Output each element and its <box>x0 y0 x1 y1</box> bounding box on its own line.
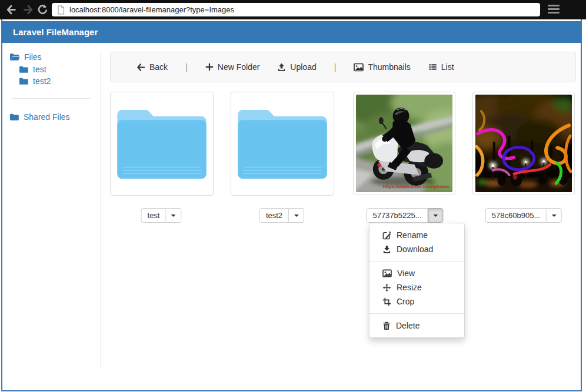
menu-item-view[interactable]: View <box>369 266 464 280</box>
folder-icon <box>238 110 327 179</box>
browser-chrome: localhost:8000/laravel-filemanager?type=… <box>0 0 586 19</box>
sidebar-item-label: test <box>33 65 46 74</box>
image-icon <box>382 269 392 277</box>
caret-down-icon <box>434 215 438 217</box>
item-context-menu: Rename Download View Resize Crop <box>369 223 465 338</box>
app-navbar: Laravel FileManager <box>2 21 581 43</box>
item-buttons-test: test <box>141 208 182 223</box>
image-thumbnail-scooter[interactable]: https://www.flickr.com/photos <box>356 95 452 192</box>
sidebar-item-files-root[interactable]: Files <box>9 52 42 62</box>
toolbar: Back | New Folder Upload | Thumbnails <box>110 52 576 82</box>
move-icon <box>382 283 391 292</box>
sidebar-item-label: Shared Files <box>24 112 70 122</box>
upload-label: Upload <box>290 62 316 72</box>
menu-item-label: View <box>397 269 415 278</box>
sidebar-divider <box>12 98 91 99</box>
image-icon <box>354 63 364 72</box>
sidebar-item-shared-files[interactable]: Shared Files <box>9 112 70 122</box>
caret-down-icon <box>552 215 557 217</box>
dropdown-toggle-button[interactable] <box>289 208 304 223</box>
arrow-left-icon <box>136 63 145 72</box>
menu-item-rename[interactable]: Rename <box>369 228 464 242</box>
app-title: Laravel FileManager <box>13 27 98 37</box>
item-name-button[interactable]: test <box>141 208 167 223</box>
folder-card-test[interactable] <box>110 92 214 196</box>
image-thumbnail-lightpainting[interactable] <box>475 95 572 192</box>
upload-button[interactable]: Upload <box>277 62 316 72</box>
browser-back-icon[interactable] <box>5 4 16 18</box>
thumbnails-label: Thumbnails <box>368 62 410 72</box>
caret-down-icon <box>171 215 176 217</box>
item-name-button[interactable]: test2 <box>259 208 289 223</box>
list-view-button[interactable]: List <box>428 62 454 72</box>
item-name-button[interactable]: 578c60b905... <box>485 208 547 223</box>
menu-item-label: Download <box>397 244 433 254</box>
sidebar-vertical-divider <box>101 51 101 369</box>
item-name-button[interactable]: 57737b5225... <box>366 208 428 223</box>
edit-icon <box>382 231 391 240</box>
image-card-scooter[interactable]: https://www.flickr.com/photos <box>353 92 455 195</box>
document-icon <box>57 5 65 15</box>
toolbar-separator: | <box>185 62 188 72</box>
new-folder-label: New Folder <box>218 62 260 72</box>
menu-item-crop[interactable]: Crop <box>369 294 464 309</box>
folder-open-icon <box>9 53 20 61</box>
folder-card-test2[interactable] <box>231 92 334 196</box>
sidebar-item-label: Files <box>24 52 42 62</box>
toolbar-separator: | <box>334 62 337 72</box>
folder-icon <box>19 65 29 73</box>
download-icon <box>382 245 391 254</box>
crop-icon <box>382 297 391 306</box>
thumbnails-button[interactable]: Thumbnails <box>354 62 410 72</box>
item-buttons-image1: 57737b5225... <box>366 208 443 223</box>
folder-icon <box>117 110 207 179</box>
folder-icon <box>9 113 19 121</box>
back-button[interactable]: Back <box>136 62 168 72</box>
hamburger-menu-icon[interactable] <box>548 5 560 15</box>
plus-icon <box>205 63 214 71</box>
menu-item-label: Delete <box>396 321 419 330</box>
dropdown-toggle-button[interactable] <box>166 208 181 223</box>
item-buttons-test2: test2 <box>259 208 304 223</box>
list-icon <box>428 63 437 71</box>
upload-icon <box>277 63 286 72</box>
menu-item-label: Crop <box>397 297 414 306</box>
back-label: Back <box>149 62 168 72</box>
new-folder-button[interactable]: New Folder <box>205 62 260 72</box>
browser-forward-icon[interactable] <box>23 4 34 18</box>
dropdown-toggle-button-open[interactable] <box>428 208 444 223</box>
sidebar-item-label: test2 <box>33 76 51 86</box>
caret-down-icon <box>294 215 299 217</box>
item-buttons-image2: 578c60b905... <box>485 208 562 223</box>
menu-item-resize[interactable]: Resize <box>369 280 464 294</box>
trash-icon <box>382 321 391 330</box>
url-text[interactable]: localhost:8000/laravel-filemanager?type=… <box>69 5 234 14</box>
browser-reload-icon[interactable] <box>37 4 48 18</box>
sidebar-item-test2[interactable]: test2 <box>19 76 51 86</box>
menu-item-delete[interactable]: Delete <box>369 319 464 333</box>
menu-item-label: Resize <box>397 283 422 292</box>
menu-item-label: Rename <box>397 230 428 240</box>
menu-divider <box>369 261 464 262</box>
sidebar-item-test[interactable]: test <box>19 65 46 74</box>
folder-icon <box>19 77 29 85</box>
menu-divider <box>369 313 464 314</box>
dropdown-toggle-button[interactable] <box>547 208 562 223</box>
list-label: List <box>441 62 454 72</box>
filemanager-page: Laravel FileManager Files test test2 Sha… <box>1 19 582 391</box>
menu-item-download[interactable]: Download <box>369 242 464 256</box>
image-card-lightpainting[interactable] <box>472 92 575 195</box>
url-bar[interactable]: localhost:8000/laravel-filemanager?type=… <box>52 3 540 16</box>
image-watermark: https://www.flickr.com/photos <box>383 184 450 189</box>
